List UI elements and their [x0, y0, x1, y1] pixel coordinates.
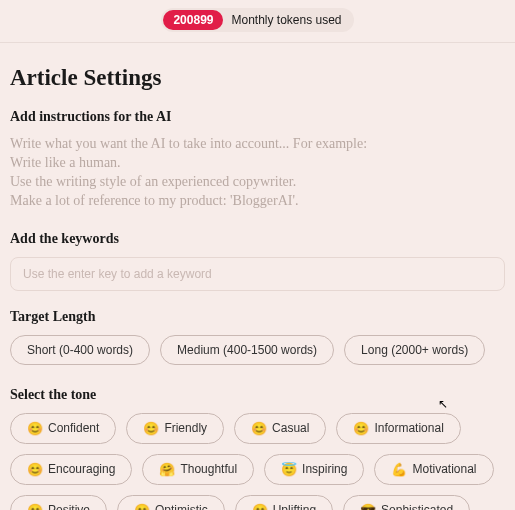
emoji-icon: 😊 — [27, 421, 43, 436]
instruction-line: Write like a human. — [10, 154, 505, 173]
tone-heading: Select the tone — [10, 387, 505, 403]
instructions-placeholder-text[interactable]: Write what you want the AI to take into … — [10, 135, 505, 211]
emoji-icon: 😊 — [251, 421, 267, 436]
emoji-icon: 💪 — [391, 462, 407, 477]
token-count-badge: 200899 — [163, 10, 223, 30]
instructions-heading: Add instructions for the AI — [10, 109, 505, 125]
token-usage-pill: 200899 Monthly tokens used — [161, 8, 353, 32]
chip-label: Short (0-400 words) — [27, 343, 133, 357]
page-title: Article Settings — [10, 65, 505, 91]
tone-option-uplifting[interactable]: 😊 Uplifting — [235, 495, 333, 510]
tone-option-friendly[interactable]: 😊 Friendly — [126, 413, 224, 444]
chip-label: Encouraging — [48, 462, 115, 476]
instruction-line: Write what you want the AI to take into … — [10, 135, 505, 154]
chip-label: Informational — [374, 421, 443, 435]
emoji-icon: 😊 — [134, 503, 150, 510]
emoji-icon: 🤗 — [159, 462, 175, 477]
tone-option-casual[interactable]: 😊 Casual — [234, 413, 326, 444]
length-options: Short (0-400 words) Medium (400-1500 wor… — [10, 335, 505, 365]
emoji-icon: 😊 — [143, 421, 159, 436]
length-option-long[interactable]: Long (2000+ words) — [344, 335, 485, 365]
chip-label: Optimistic — [155, 503, 208, 510]
article-settings-panel: Article Settings Add instructions for th… — [0, 43, 515, 510]
tone-option-sophisticated[interactable]: 😎 Sophisticated — [343, 495, 470, 510]
instruction-line: Use the writing style of an experienced … — [10, 173, 505, 192]
tone-options: 😊 Confident 😊 Friendly 😊 Casual 😊 Inform… — [10, 413, 505, 510]
chip-label: Casual — [272, 421, 309, 435]
chip-label: Friendly — [164, 421, 207, 435]
tone-option-encouraging[interactable]: 😊 Encouraging — [10, 454, 132, 485]
tone-option-motivational[interactable]: 💪 Motivational — [374, 454, 493, 485]
chip-label: Thoughtful — [180, 462, 237, 476]
length-option-medium[interactable]: Medium (400-1500 words) — [160, 335, 334, 365]
top-bar: 200899 Monthly tokens used — [0, 0, 515, 43]
chip-label: Sophisticated — [381, 503, 453, 510]
tone-option-optimistic[interactable]: 😊 Optimistic — [117, 495, 225, 510]
emoji-icon: 😊 — [27, 462, 43, 477]
tone-option-thoughtful[interactable]: 🤗 Thoughtful — [142, 454, 254, 485]
keywords-input[interactable] — [10, 257, 505, 291]
keywords-heading: Add the keywords — [10, 231, 505, 247]
tone-option-informational[interactable]: 😊 Informational — [336, 413, 460, 444]
chip-label: Long (2000+ words) — [361, 343, 468, 357]
tone-option-positive[interactable]: 😊 Positive — [10, 495, 107, 510]
chip-label: Positive — [48, 503, 90, 510]
chip-label: Uplifting — [273, 503, 316, 510]
target-length-heading: Target Length — [10, 309, 505, 325]
token-count-label: Monthly tokens used — [231, 13, 341, 27]
tone-option-inspiring[interactable]: 😇 Inspiring — [264, 454, 364, 485]
emoji-icon: 😎 — [360, 503, 376, 510]
emoji-icon: 😊 — [27, 503, 43, 510]
chip-label: Motivational — [412, 462, 476, 476]
emoji-icon: 😊 — [252, 503, 268, 510]
tone-option-confident[interactable]: 😊 Confident — [10, 413, 116, 444]
emoji-icon: 😊 — [353, 421, 369, 436]
chip-label: Inspiring — [302, 462, 347, 476]
chip-label: Confident — [48, 421, 99, 435]
chip-label: Medium (400-1500 words) — [177, 343, 317, 357]
length-option-short[interactable]: Short (0-400 words) — [10, 335, 150, 365]
instruction-line: Make a lot of reference to my product: '… — [10, 192, 505, 211]
emoji-icon: 😇 — [281, 462, 297, 477]
